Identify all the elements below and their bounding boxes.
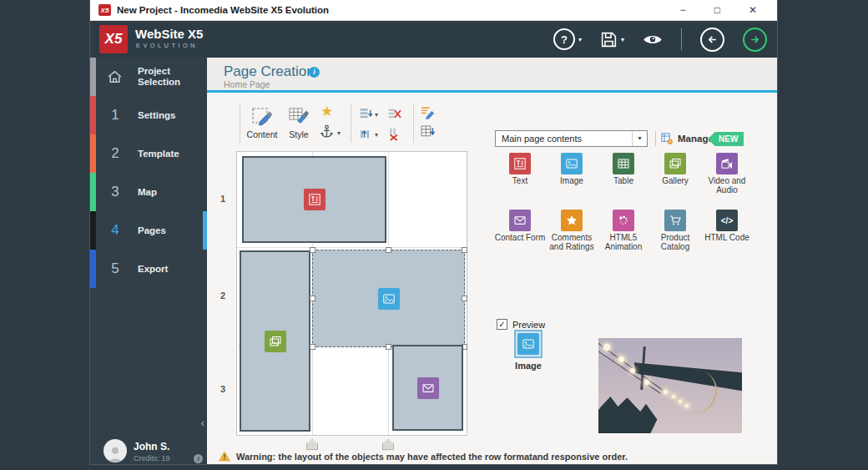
selected-object-tile[interactable] xyxy=(514,330,542,358)
page-contents-dropdown[interactable]: Main page contents ▾ xyxy=(495,130,648,147)
eye-icon xyxy=(643,33,663,46)
sidebar-item-settings[interactable]: 1 Settings xyxy=(90,96,207,134)
maximize-button[interactable]: □ xyxy=(714,0,720,21)
toolbar-separator xyxy=(240,104,240,143)
cell-format-button[interactable] xyxy=(421,105,435,119)
insert-columns-button[interactable] xyxy=(359,127,373,141)
preview-thumbnail xyxy=(598,338,742,433)
sidebar-item-label: Project Selection xyxy=(138,66,201,88)
sidebar-item-project-selection[interactable]: Project Selection xyxy=(90,58,207,96)
row-number: 2 xyxy=(215,291,230,301)
sidebar-item-map[interactable]: 3 Map xyxy=(90,173,207,211)
resize-handle[interactable] xyxy=(462,247,467,253)
image-icon xyxy=(561,153,583,174)
resize-handle[interactable] xyxy=(310,296,315,301)
main-panel: Page Creation i Home Page Content xyxy=(207,58,777,464)
object-tile-html5-animation[interactable]: HTML5 Animation xyxy=(598,210,649,251)
column-width-slider[interactable] xyxy=(306,439,318,450)
object-tile-html-code[interactable]: </> HTML Code xyxy=(701,210,753,243)
chevron-down-icon: ▾ xyxy=(578,36,582,43)
row-number: 1 xyxy=(215,194,230,204)
code-icon: </> xyxy=(716,210,738,231)
collapse-sidebar-button[interactable]: ‹ xyxy=(201,417,204,429)
brand-name: WebSite X5 xyxy=(135,27,203,41)
star-button[interactable]: ★ xyxy=(320,103,333,120)
object-tile-contact-form[interactable]: Contact Form xyxy=(494,210,546,243)
next-button[interactable] xyxy=(743,28,767,52)
chevron-down-icon[interactable]: ▾ xyxy=(375,131,378,139)
layout-object-text[interactable] xyxy=(242,156,386,243)
anchor-icon xyxy=(320,124,334,139)
sidebar-item-template[interactable]: 2 Template xyxy=(90,134,207,173)
sidebar-item-export[interactable]: 5 Export xyxy=(90,250,207,288)
preview-button[interactable] xyxy=(643,33,663,46)
tile-label: Gallery xyxy=(649,177,701,186)
object-tile-image[interactable]: Image xyxy=(546,153,598,186)
content-icon xyxy=(251,106,273,128)
content-button[interactable]: Content xyxy=(244,106,280,139)
preview-checkbox-row[interactable]: ✓ Preview xyxy=(497,319,545,330)
insert-rows-icon xyxy=(359,107,373,121)
delete-columns-icon xyxy=(387,127,401,141)
grid-line xyxy=(237,247,467,248)
page-creation-content: Content Style ★ ▾ xyxy=(207,93,777,464)
button-label: Content xyxy=(244,129,280,139)
back-button[interactable] xyxy=(700,28,724,52)
tile-label: Comments and Ratings xyxy=(546,234,598,251)
page-info-icon[interactable]: i xyxy=(309,67,320,78)
close-button[interactable]: ✕ xyxy=(749,0,757,21)
layout-object-contact-form[interactable] xyxy=(392,345,463,431)
stripe xyxy=(90,134,96,173)
object-tile-video-audio[interactable]: Video and Audio xyxy=(701,153,753,195)
column-width-slider[interactable] xyxy=(382,439,394,450)
toolbar-separator xyxy=(351,104,351,143)
star-rating-icon xyxy=(561,210,583,231)
object-tile-comments-ratings[interactable]: Comments and Ratings xyxy=(546,210,598,251)
preview-checkbox[interactable]: ✓ xyxy=(497,319,507,330)
photo-funnel xyxy=(598,383,685,433)
delete-columns-button[interactable] xyxy=(387,127,401,141)
warning-icon xyxy=(219,451,230,462)
anchor-button[interactable] xyxy=(320,124,334,139)
chevron-down-icon[interactable]: ▾ xyxy=(337,129,341,137)
style-button[interactable]: Style xyxy=(282,106,315,139)
object-tile-product-catalog[interactable]: Product Catalog xyxy=(649,210,701,251)
resize-handle[interactable] xyxy=(386,247,391,253)
resize-handle[interactable] xyxy=(310,344,315,350)
dropdown-value: Main page contents xyxy=(502,134,582,144)
delete-rows-button[interactable] xyxy=(387,107,401,121)
object-tile-gallery[interactable]: Gallery xyxy=(649,153,701,186)
sidebar-item-label: Map xyxy=(138,187,201,198)
desktop-background: { "window": { "title": "New Project - In… xyxy=(0,0,868,470)
brand-logo-icon: X5 xyxy=(99,25,128,53)
video-audio-icon xyxy=(716,153,738,174)
step-number: 3 xyxy=(105,184,125,200)
save-button[interactable]: ▾ xyxy=(600,31,624,48)
sidebar-item-pages[interactable]: 4 Pages xyxy=(90,211,207,250)
resize-handle[interactable] xyxy=(310,247,315,253)
chevron-down-icon[interactable]: ▾ xyxy=(375,111,378,119)
resize-handle[interactable] xyxy=(386,344,391,350)
resize-handle[interactable] xyxy=(462,296,467,301)
layout-object-gallery[interactable] xyxy=(240,250,310,432)
manage-button[interactable]: Manage xyxy=(661,130,714,147)
text-icon xyxy=(509,153,531,174)
row-number: 3 xyxy=(215,384,230,394)
tile-label: Video and Audio xyxy=(701,177,753,195)
object-tile-text[interactable]: Text xyxy=(494,153,546,186)
object-tile-table[interactable]: Table xyxy=(598,153,649,186)
image-object-icon xyxy=(378,288,400,310)
credits-info-icon[interactable]: i xyxy=(194,454,203,463)
page-layout-grid xyxy=(236,151,467,436)
envelope-icon xyxy=(509,210,531,231)
chevron-down-icon: ▾ xyxy=(632,131,647,146)
home-icon xyxy=(107,70,123,84)
help-button[interactable]: ? ▾ xyxy=(553,28,582,50)
sidebar-item-label: Settings xyxy=(138,110,201,121)
arrow-right-icon xyxy=(749,33,761,46)
layout-object-image-selected[interactable] xyxy=(312,250,465,347)
objects-order-button[interactable] xyxy=(421,125,435,139)
app-header: X5 WebSite X5 EVOLUTION ? ▾ ▾ xyxy=(90,21,777,58)
minimize-button[interactable]: − xyxy=(680,0,686,21)
insert-rows-button[interactable] xyxy=(359,107,373,121)
